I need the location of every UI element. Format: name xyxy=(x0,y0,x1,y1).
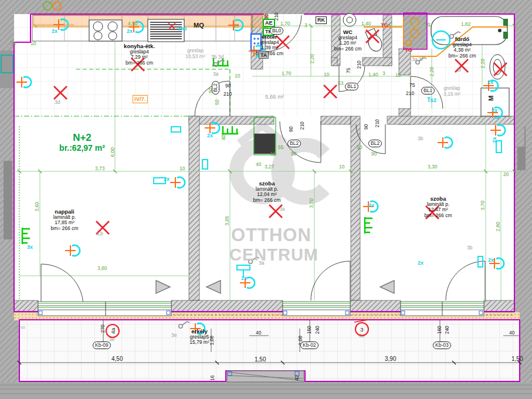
dim-label: 150 xyxy=(307,326,312,334)
count-label: 2x xyxy=(418,261,423,266)
dim-label: 3,27 xyxy=(265,164,275,170)
room-szoba2: szoba laminált p. 12,47 m² bm= 266 cm xyxy=(406,196,470,218)
tag-kb09: Kb-09 xyxy=(93,341,111,349)
balcony-ramp xyxy=(227,371,304,382)
room-eloter: előtér greslap4 1,39 m² bm= 266 cm xyxy=(242,34,297,56)
dim-label: 1,40 xyxy=(361,21,371,26)
ref-label: 10 /10 xyxy=(15,326,25,329)
dim-label: 40 xyxy=(256,330,261,336)
dim-label: 90 xyxy=(371,151,377,157)
tag-kb02: Kb-02 xyxy=(300,341,318,349)
ref-label: 3b 3d xyxy=(211,55,223,60)
door-size: 90 xyxy=(289,127,294,132)
dim-label: 55 xyxy=(278,145,283,150)
ref-label: 3d xyxy=(55,100,60,105)
dim-label: 20 xyxy=(503,172,509,177)
dim-label: 10 xyxy=(339,164,344,170)
door-size: 75 xyxy=(346,68,351,73)
kitchen-note: konyhai elszívó gk. elburkolás xyxy=(35,23,74,26)
count-label: 2x xyxy=(207,133,213,138)
dim-label: 3,05 xyxy=(225,216,230,226)
dim-label: 3,90 xyxy=(385,356,396,362)
marker-circle-3: 3 xyxy=(355,322,369,336)
dim-label: 30 xyxy=(11,41,16,46)
dim-label: 2,20 xyxy=(310,54,315,64)
door-size: 210 xyxy=(357,60,362,69)
ref-label: 3e xyxy=(171,333,177,338)
dim-label: 6,00 xyxy=(110,147,116,157)
ref-label: 3a xyxy=(279,207,284,212)
dim-label: 1,50 xyxy=(255,357,266,363)
count-label: 3x xyxy=(27,245,33,250)
dim-label: 10 xyxy=(179,166,185,171)
tag-bl1: BL1 xyxy=(421,87,435,94)
dim-label: 3,70 xyxy=(480,201,486,211)
dim-label: 3 xyxy=(382,71,385,76)
tag-bl2: BL2 xyxy=(368,140,382,147)
ref-label: 3f xyxy=(457,67,461,73)
dim-label: 50 xyxy=(357,145,362,150)
dim-label: 1,50 xyxy=(511,356,523,362)
tag-m: M xyxy=(488,96,494,101)
door-size: 210 xyxy=(223,92,232,97)
dim-label: 270 xyxy=(100,324,106,333)
count-label: 2x xyxy=(487,80,493,85)
count-label: 2x xyxy=(492,137,497,143)
room-hall-area: 5,66 m² xyxy=(265,94,284,100)
dim-label: 2,20 xyxy=(429,67,435,77)
plan-name: N+2 xyxy=(41,133,123,144)
dim-label: 1,70 xyxy=(282,71,292,76)
count-label: 2x xyxy=(164,177,170,182)
dim-label: 3,73 xyxy=(95,166,105,171)
tag-tg: TG xyxy=(381,22,388,28)
count-label: MO xyxy=(178,26,187,32)
tag-bl1: BL1 xyxy=(345,83,358,90)
dim-label: 42 xyxy=(294,376,300,381)
tag-ta: TA xyxy=(259,52,269,59)
dim-label: 10 xyxy=(233,23,239,29)
dim-label: 2,20 xyxy=(480,59,486,69)
room-wc: WC greslap4 1,20 m² bm= 266 cm xyxy=(321,29,374,52)
dim-label: 1,40 xyxy=(368,72,378,77)
dim-label: 240 xyxy=(445,326,450,334)
room-konyha: konyha-étk. greslap4 7,29 m² bm= 266 cm xyxy=(106,43,173,66)
dim-label: 10 xyxy=(324,72,329,77)
ref-label: 3g 3f xyxy=(412,57,423,62)
tag-ae: AE xyxy=(263,19,275,27)
dim-label: 40 xyxy=(221,135,226,140)
dim-label: 40 xyxy=(509,330,514,336)
count-label: 2x xyxy=(488,258,494,263)
ref-label: 3b xyxy=(418,136,423,141)
dim-label: 3,70 xyxy=(309,198,314,208)
dim-label: 4,50 xyxy=(128,21,138,26)
tag-bl0: BL0 xyxy=(270,27,283,35)
watermark-line2: CENTRUM xyxy=(229,245,318,265)
tag-tg: TG xyxy=(405,47,412,53)
ref-label: a,b xyxy=(96,231,103,236)
tag-iv: IV/7. xyxy=(133,95,148,103)
dim-label: 160 xyxy=(437,326,442,334)
dim-label: 3,60 xyxy=(35,202,40,212)
dim-label: 10 xyxy=(235,73,240,79)
dim-label: 3 xyxy=(304,23,307,28)
door-size: 210 xyxy=(375,119,380,127)
dim-label: 10 xyxy=(31,41,36,46)
watermark-line1: OTTHON xyxy=(231,225,311,246)
ref-label: 3a xyxy=(259,261,264,266)
count-label: 2x xyxy=(52,29,57,34)
dim-label: 53 xyxy=(338,81,343,86)
dim-label: 16 xyxy=(210,376,215,381)
tag-kb03: Kb-03 xyxy=(433,341,451,349)
tag-bl2: BL2 xyxy=(212,81,219,94)
room-furdo: fürdő greslap4 4,38 m² bm= 266 cm xyxy=(435,36,489,59)
count-label: 2x xyxy=(368,203,374,208)
door-size: 210 xyxy=(300,121,305,130)
dim-label: 90 xyxy=(291,151,296,157)
tag-tsz: Tsz xyxy=(427,97,436,103)
ref-label: 3b xyxy=(467,245,472,251)
room-erkely: erkély greslap5 15,79 m² xyxy=(174,329,225,346)
dim-label: 2,80 xyxy=(496,222,501,232)
dim-label: 240 xyxy=(315,326,320,334)
door-size: 90 xyxy=(225,83,231,89)
dim-label: 4,50 xyxy=(111,356,123,362)
